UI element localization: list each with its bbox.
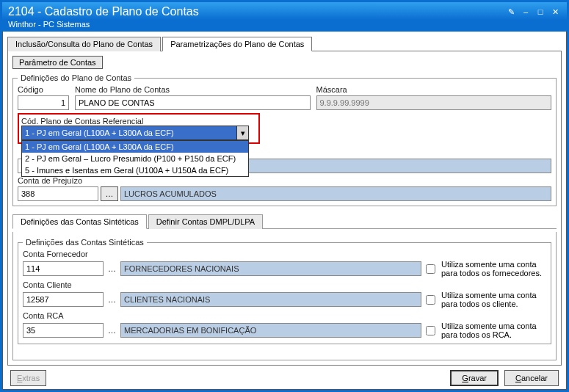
plano-referencial-list: 1 - PJ em Geral (L100A + L300A da ECF) 2… [21, 140, 249, 177]
conta-prejuizo-lookup-button[interactable]: … [101, 186, 118, 201]
group-contas-sinteticas: Definições das Contas Sintéticas Conta F… [18, 238, 551, 344]
window-title: 2104 - Cadastro de Plano de Contas [8, 5, 502, 18]
label-conta-fornecedor: Conta Fornecedor [23, 250, 88, 258]
conta-prejuizo-code[interactable] [18, 186, 98, 201]
conta-fornecedor-code[interactable] [23, 261, 104, 276]
conta-cliente-lookup-button[interactable]: … [108, 295, 116, 304]
conta-rca-code[interactable] [23, 323, 104, 338]
plano-referencial-selected[interactable] [21, 126, 249, 140]
label-mascara: Máscara [316, 85, 552, 94]
conta-prejuizo-row: … LUCROS ACUMULADOS [18, 186, 551, 201]
parametro-de-contas-button[interactable]: Parâmetro de Contas [12, 56, 103, 69]
client-area: Inclusão/Consulta do Plano de Contas Par… [2, 32, 567, 390]
legend-contas-sinteticas: Definições das Contas Sintéticas [23, 238, 147, 247]
combo-option[interactable]: 1 - PJ em Geral (L100A + L300A da ECF) [22, 141, 248, 153]
checkbox-rca-unico[interactable] [426, 326, 435, 335]
close-icon[interactable]: ✕ [549, 7, 561, 17]
subpanel-sinteticas: Definições das Contas Sintéticas Conta F… [12, 232, 557, 360]
label-checkbox-cliente: Utiliza somente uma conta para todos os … [441, 291, 546, 308]
titlebar: 2104 - Cadastro de Plano de Contas ✎ – □… [2, 2, 567, 20]
combo-option[interactable]: 2 - PJ em Geral – Lucro Presumido (P100 … [22, 153, 248, 164]
legend-definicoes-plano: Definições do Plano de Contas [18, 73, 134, 82]
label-plano-referencial: Cód. Plano de Contas Referencial [21, 117, 143, 126]
tab-inclusao[interactable]: Inclusão/Consulta do Plano de Contas [7, 37, 161, 51]
extras-button: EExtrasxtras [10, 370, 46, 386]
subtab-definicoes-sinteticas[interactable]: Definições das Contas Sintéticas [12, 214, 147, 229]
checkbox-fornecedor-unico[interactable] [426, 264, 435, 274]
checkbox-cliente-unico[interactable] [426, 295, 435, 305]
panel-parametrizacoes: Parâmetro de Contas Definições do Plano … [7, 51, 562, 366]
mascara-input[interactable] [316, 95, 552, 110]
ellipsis-icon: … [108, 295, 116, 304]
label-nome-plano: Nome do Plano de Contas [75, 85, 311, 94]
label-codigo: Código [18, 85, 69, 94]
edit-icon[interactable]: ✎ [505, 7, 517, 17]
ellipsis-icon: … [108, 326, 116, 335]
label-checkbox-rca: Utiliza somente uma conta para todos os … [441, 322, 546, 339]
group-definicoes-plano: Definições do Plano de Contas Código Nom… [12, 73, 557, 206]
maximize-icon[interactable]: □ [534, 7, 546, 17]
combo-option[interactable]: 5 - Imunes e Isentas em Geral (U100A + U… [22, 164, 248, 176]
sub-tabs: Definições das Contas Sintéticas Definir… [12, 214, 557, 229]
conta-rca-lookup-button[interactable]: … [108, 326, 116, 335]
label-conta-prejuizo: Conta de Prejuízo [18, 176, 551, 185]
bottom-bar: EExtrasxtras Gravar Cancelar [7, 366, 562, 386]
main-tabs: Inclusão/Consulta do Plano de Contas Par… [7, 36, 562, 51]
conta-cliente-desc: CLIENTES NACIONAIS [120, 292, 421, 307]
conta-fornecedor-lookup-button[interactable]: … [108, 264, 116, 273]
referencial-highlight: Cód. Plano de Contas Referencial ▾ 1 - P… [18, 113, 260, 144]
label-checkbox-fornecedor: Utiliza somente uma conta para todos os … [441, 260, 546, 277]
tab-parametrizacoes[interactable]: Parametrizações do Plano de Contas [162, 37, 312, 51]
conta-prejuizo-desc: LUCROS ACUMULADOS [120, 186, 551, 201]
ellipsis-icon: … [108, 264, 116, 273]
conta-rca-desc: MERCADORIAS EM BONIFICAÇÃO [120, 323, 421, 338]
conta-cliente-code[interactable] [23, 292, 104, 307]
cancelar-button[interactable]: Cancelar [504, 370, 559, 386]
chevron-down-icon[interactable]: ▾ [236, 126, 248, 139]
gravar-button[interactable]: Gravar [450, 370, 499, 386]
label-conta-cliente: Conta Cliente [23, 280, 546, 289]
nome-plano-input[interactable] [75, 95, 311, 110]
conta-fornecedor-desc: FORNECEDORES NACIONAIS [120, 261, 421, 276]
label-conta-rca: Conta RCA [23, 311, 546, 320]
codigo-input[interactable] [18, 95, 69, 110]
ellipsis-icon: … [106, 189, 114, 198]
plano-referencial-combo[interactable]: ▾ 1 - PJ em Geral (L100A + L300A da ECF)… [21, 126, 249, 140]
subtab-dmpl-dlpa[interactable]: Definir Contas DMPL/DLPA [148, 214, 263, 229]
minimize-icon[interactable]: – [520, 7, 532, 17]
window-subtitle: Winthor - PC Sistemas [2, 20, 567, 32]
